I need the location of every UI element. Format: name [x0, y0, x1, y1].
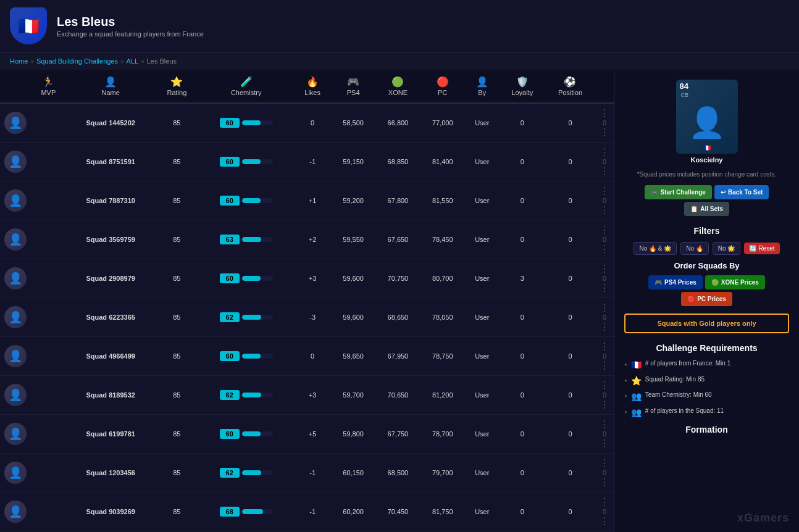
squad-actions[interactable]: ⋮ 0 ⋮ — [595, 337, 614, 376]
table-row: 👤 Squad 6199781 85 60 +5 59,800 67,750 7… — [0, 415, 614, 454]
pc-prices-button[interactable]: 🔴 PC Prices — [681, 292, 732, 306]
squad-name[interactable]: Squad 1445202 — [66, 103, 156, 143]
action-more-icon[interactable]: ⋮ — [600, 399, 609, 410]
breadcrumb-all[interactable]: ALL — [127, 57, 139, 65]
action-more-icon[interactable]: ⋮ — [600, 438, 609, 449]
squad-name[interactable]: Squad 6199781 — [66, 415, 156, 454]
action-more-icon[interactable]: ⋮ — [600, 283, 609, 293]
squad-name[interactable]: Squad 6223365 — [66, 298, 156, 337]
filters-title: Filters — [624, 226, 789, 236]
squad-actions[interactable]: ⋮ 0 ⋮ — [595, 454, 614, 493]
chemistry-value: 60 — [220, 118, 240, 128]
action-more-icon[interactable]: ⋮ — [600, 516, 609, 526]
chemistry-bar-bg — [242, 393, 273, 397]
squad-ps4: 59,600 — [331, 259, 375, 298]
player-card: 84 CB 👤 🇫🇷 Koscielny — [624, 80, 789, 164]
squad-position: 0 — [545, 181, 595, 220]
col-by: 👤 By — [465, 70, 500, 103]
chemistry-bar-fill — [242, 198, 261, 203]
action-dots-icon[interactable]: ⋮ — [600, 108, 609, 118]
requirement-item: ● ⭐ Squad Rating: Min 85 — [624, 375, 789, 388]
action-more-icon[interactable]: ⋮ — [600, 360, 609, 371]
squad-name[interactable]: Squad 1203456 — [66, 454, 156, 493]
squad-actions[interactable]: ⋮ 0 ⋮ — [595, 181, 614, 220]
squad-actions[interactable]: ⋮ 0 ⋮ — [595, 415, 614, 454]
action-dots-icon[interactable]: ⋮ — [600, 380, 609, 391]
squad-ps4: 59,550 — [331, 220, 375, 259]
squad-by: User — [465, 103, 500, 143]
action-more-icon[interactable]: ⋮ — [600, 127, 609, 138]
squad-avatar-cell: 👤 — [0, 493, 31, 531]
squad-actions[interactable]: ⋮ 0 ⋮ — [595, 298, 614, 337]
action-more-icon[interactable]: ⋮ — [600, 322, 609, 332]
start-challenge-button[interactable]: 🎮 Start Challenge — [645, 185, 712, 199]
squad-name[interactable]: Squad 4966499 — [66, 337, 156, 376]
action-dots-icon[interactable]: ⋮ — [600, 225, 609, 235]
reset-button[interactable]: 🔄 Reset — [744, 243, 779, 254]
filter-badge-1[interactable]: No 🔥 & 🌟 — [634, 242, 677, 255]
squad-name[interactable]: Squad 8751591 — [66, 143, 156, 181]
squad-actions[interactable]: ⋮ 0 ⋮ — [595, 493, 614, 531]
squad-likes: -1 — [294, 143, 331, 181]
action-more-icon[interactable]: ⋮ — [600, 477, 609, 488]
breadcrumb-home[interactable]: Home — [10, 57, 28, 65]
xone-prices-button[interactable]: 🟢 XONE Prices — [705, 275, 765, 289]
filter-badge-2[interactable]: No 🔥 — [680, 242, 709, 255]
squad-loyalty: 0 — [500, 337, 545, 376]
action-dots-icon[interactable]: ⋮ — [600, 186, 609, 196]
squad-xone: 67,650 — [375, 220, 420, 259]
back-to-set-button[interactable]: ↩ Back To Set — [714, 185, 769, 199]
action-dots-icon[interactable]: ⋮ — [600, 458, 609, 468]
squad-actions[interactable]: ⋮ 0 ⋮ — [595, 103, 614, 143]
all-sets-button[interactable]: 📋 All Sets — [684, 202, 729, 216]
squad-actions[interactable]: ⋮ 0 ⋮ — [595, 259, 614, 298]
col-chemistry[interactable]: 🧪 Chemistry — [198, 70, 294, 103]
filter-badge-3[interactable]: No 🌟 — [713, 242, 741, 255]
action-dots-icon[interactable]: ⋮ — [600, 419, 609, 430]
squad-name[interactable]: Squad 3569759 — [66, 220, 156, 259]
ps4-icon: 🎮 — [655, 279, 662, 286]
squad-chemistry: 60 — [198, 143, 294, 181]
squad-rating: 85 — [156, 376, 198, 415]
squad-loyalty: 0 — [500, 415, 545, 454]
squad-name[interactable]: Squad 2908979 — [66, 259, 156, 298]
action-dots-icon[interactable]: ⋮ — [600, 302, 609, 313]
squad-ps4: 60,150 — [331, 454, 375, 493]
col-ps4[interactable]: 🎮 PS4 — [331, 70, 375, 103]
squad-name[interactable]: Squad 8189532 — [66, 376, 156, 415]
breadcrumb-sbc[interactable]: Squad Building Challenges — [36, 57, 118, 65]
req-dot-icon: ● — [624, 361, 627, 368]
gold-squads-button[interactable]: Squads with Gold players only — [624, 314, 789, 333]
action-dots-icon[interactable]: ⋮ — [600, 147, 609, 157]
squad-actions[interactable]: ⋮ 0 ⋮ — [595, 376, 614, 415]
squad-avatar-cell: 👤 — [0, 181, 31, 220]
squad-name[interactable]: Squad 9039269 — [66, 493, 156, 531]
squad-pc: 78,450 — [420, 220, 465, 259]
squad-position: 0 — [545, 493, 595, 531]
req-dot-icon: ● — [624, 409, 627, 415]
action-more-icon[interactable]: ⋮ — [600, 244, 609, 254]
squad-actions[interactable]: ⋮ 0 ⋮ — [595, 143, 614, 181]
action-count: 0 — [603, 158, 606, 165]
col-likes[interactable]: 🔥 Likes — [294, 70, 331, 103]
action-dots-icon[interactable]: ⋮ — [600, 341, 609, 352]
squad-mvp-cell — [31, 220, 66, 259]
squad-rating: 85 — [156, 493, 198, 531]
ps4-prices-button[interactable]: 🎮 PS4 Prices — [648, 275, 703, 289]
chemistry-bar-bg — [242, 198, 273, 203]
squad-chemistry: 62 — [198, 376, 294, 415]
squad-xone: 68,650 — [375, 298, 420, 337]
col-xone[interactable]: 🟢 XONE — [375, 70, 420, 103]
col-rating[interactable]: ⭐ Rating — [156, 70, 198, 103]
squad-position: 0 — [545, 143, 595, 181]
squad-actions[interactable]: ⋮ 0 ⋮ — [595, 220, 614, 259]
action-more-icon[interactable]: ⋮ — [600, 166, 609, 177]
action-dots-icon[interactable]: ⋮ — [600, 497, 609, 507]
col-pc[interactable]: 🔴 PC — [420, 70, 465, 103]
action-more-icon[interactable]: ⋮ — [600, 205, 609, 215]
action-dots-icon[interactable]: ⋮ — [600, 264, 609, 274]
avatar: 👤 — [4, 189, 27, 212]
chemistry-bar-fill — [242, 509, 263, 514]
squad-name[interactable]: Squad 7887310 — [66, 181, 156, 220]
req-dot-icon: ● — [624, 377, 627, 384]
